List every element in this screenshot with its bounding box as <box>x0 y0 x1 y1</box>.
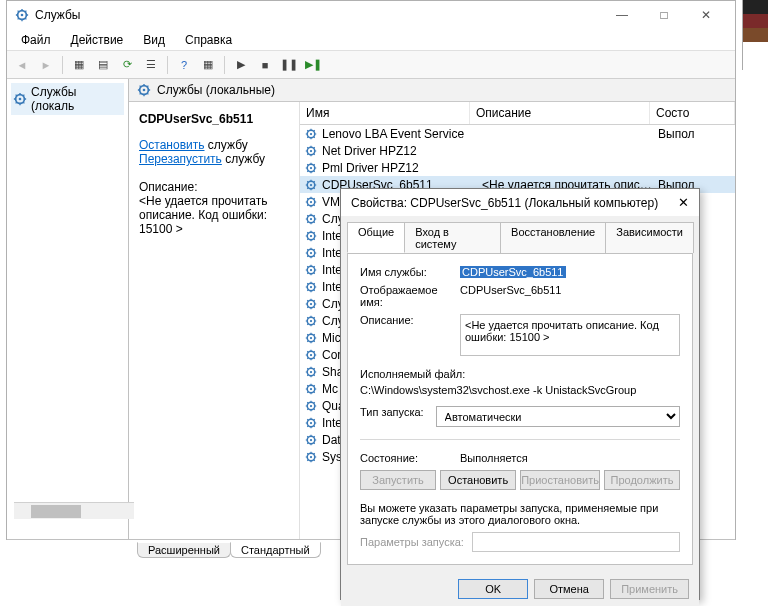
start-service-button[interactable]: ▶ <box>230 54 252 76</box>
app-icon <box>15 8 29 22</box>
continue-button: Продолжить <box>604 470 680 490</box>
service-row[interactable]: Lenovo LBA Event ServiceВыпол <box>300 125 735 142</box>
back-button: ◄ <box>11 54 33 76</box>
service-icon <box>304 178 318 192</box>
menu-help[interactable]: Справка <box>177 31 240 49</box>
toolbar-button[interactable]: ▦ <box>197 54 219 76</box>
restart-service-button[interactable]: ▶❚ <box>302 54 324 76</box>
service-icon <box>304 382 318 396</box>
menu-action[interactable]: Действие <box>63 31 132 49</box>
display-name-label: Отображаемое имя: <box>360 284 460 308</box>
menubar: Файл Действие Вид Справка <box>7 29 735 51</box>
service-name-label: Имя службы: <box>360 266 460 278</box>
menu-file[interactable]: Файл <box>13 31 59 49</box>
service-icon <box>304 263 318 277</box>
toolbar-button[interactable]: ☰ <box>140 54 162 76</box>
service-icon <box>304 297 318 311</box>
help-button[interactable]: ? <box>173 54 195 76</box>
services-icon <box>13 92 27 106</box>
service-icon <box>304 280 318 294</box>
minimize-button[interactable]: — <box>601 1 643 29</box>
startup-type-select[interactable]: Автоматически <box>436 406 680 427</box>
desc-label: Описание: <box>360 314 460 326</box>
toolbar-button[interactable]: ▤ <box>92 54 114 76</box>
tab-deps[interactable]: Зависимости <box>605 222 694 253</box>
tab-logon[interactable]: Вход в систему <box>404 222 501 253</box>
params-label: Параметры запуска: <box>360 536 464 548</box>
service-icon <box>304 450 318 464</box>
service-icon <box>304 348 318 362</box>
tab-general[interactable]: Общие <box>347 222 405 253</box>
service-name: Lenovo LBA Event Service <box>322 127 482 141</box>
restart-link[interactable]: Перезапустить <box>139 152 222 166</box>
service-row[interactable]: Pml Driver HPZ12 <box>300 159 735 176</box>
window-title: Службы <box>35 8 80 22</box>
dialog-title: Свойства: CDPUserSvc_6b511 (Локальный ко… <box>351 196 658 210</box>
side-app-strip <box>742 0 768 70</box>
params-input <box>472 532 680 552</box>
service-name-value[interactable]: CDPUserSvc_6b511 <box>460 266 566 278</box>
list-header: Службы (локальные) <box>129 79 735 102</box>
stop-button[interactable]: Остановить <box>440 470 516 490</box>
apply-button: Применить <box>610 579 689 599</box>
dialog-close-button[interactable]: ✕ <box>678 195 689 210</box>
pause-button: Приостановить <box>520 470 600 490</box>
display-name-value: CDPUserSvc_6b511 <box>460 284 680 296</box>
startup-type-label: Тип запуска: <box>360 406 436 418</box>
service-icon <box>304 229 318 243</box>
toolbar-button[interactable]: ▦ <box>68 54 90 76</box>
tab-extended[interactable]: Расширенный <box>137 542 231 558</box>
selected-service-name: CDPUserSvc_6b511 <box>139 112 289 126</box>
state-label: Состояние: <box>360 452 460 464</box>
run-button: Запустить <box>360 470 436 490</box>
state-value: Выполняется <box>460 452 680 464</box>
tab-standard[interactable]: Стандартный <box>230 542 321 558</box>
tree-pane: Службы (локаль <box>7 79 129 539</box>
service-icon <box>304 246 318 260</box>
titlebar: Службы — □ ✕ <box>7 1 735 29</box>
maximize-button[interactable]: □ <box>643 1 685 29</box>
service-icon <box>304 195 318 209</box>
service-icon <box>304 144 318 158</box>
cancel-button[interactable]: Отмена <box>534 579 604 599</box>
menu-view[interactable]: Вид <box>135 31 173 49</box>
exe-label: Исполняемый файл: <box>360 368 680 380</box>
service-icon <box>304 161 318 175</box>
service-row[interactable]: Net Driver HPZ12 <box>300 142 735 159</box>
refresh-button[interactable]: ⟳ <box>116 54 138 76</box>
service-icon <box>304 314 318 328</box>
service-icon <box>304 331 318 345</box>
service-icon <box>304 433 318 447</box>
forward-button: ► <box>35 54 57 76</box>
properties-dialog: Свойства: CDPUserSvc_6b511 (Локальный ко… <box>340 188 700 600</box>
pause-service-button[interactable]: ❚❚ <box>278 54 300 76</box>
close-button[interactable]: ✕ <box>685 1 727 29</box>
desc-text: <Не удается прочитать описание. Код ошиб… <box>139 194 289 236</box>
stop-service-button[interactable]: ■ <box>254 54 276 76</box>
col-desc[interactable]: Описание <box>470 102 650 124</box>
desc-box[interactable]: <Не удается прочитать описание. Код ошиб… <box>460 314 680 356</box>
desc-label: Описание: <box>139 180 289 194</box>
exe-path: C:\Windows\system32\svchost.exe -k Unist… <box>360 384 680 396</box>
service-icon <box>304 212 318 226</box>
service-name: Pml Driver HPZ12 <box>322 161 482 175</box>
tree-hscroll[interactable] <box>31 505 81 518</box>
services-icon <box>137 83 151 97</box>
hint-text: Вы можете указать параметры запуска, при… <box>360 502 680 526</box>
col-name[interactable]: Имя <box>300 102 470 124</box>
toolbar: ◄ ► ▦ ▤ ⟳ ☰ ? ▦ ▶ ■ ❚❚ ▶❚ <box>7 51 735 79</box>
ok-button[interactable]: OK <box>458 579 528 599</box>
detail-pane: CDPUserSvc_6b511 Остановить службу Перез… <box>129 102 299 539</box>
col-state[interactable]: Состо <box>650 102 735 124</box>
service-state: Выпол <box>658 127 708 141</box>
service-icon <box>304 416 318 430</box>
service-icon <box>304 399 318 413</box>
service-name: Net Driver HPZ12 <box>322 144 482 158</box>
service-icon <box>304 127 318 141</box>
service-icon <box>304 365 318 379</box>
tab-recovery[interactable]: Восстановление <box>500 222 606 253</box>
stop-link[interactable]: Остановить <box>139 138 205 152</box>
tree-root[interactable]: Службы (локаль <box>11 83 124 115</box>
